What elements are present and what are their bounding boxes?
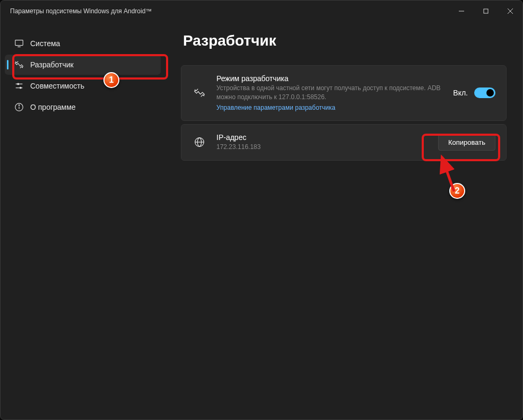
monitor-icon bbox=[14, 39, 24, 48]
svg-point-8 bbox=[18, 83, 19, 85]
sidebar: Система Разработчик Совместимость О прог… bbox=[1, 22, 165, 419]
info-icon bbox=[14, 102, 24, 112]
svg-point-13 bbox=[19, 105, 19, 106]
devmode-desc: Устройства в одной частной сети могут по… bbox=[216, 84, 453, 102]
globe-icon bbox=[192, 135, 207, 150]
app-window: Параметры подсистемы Windows для Android… bbox=[0, 0, 523, 420]
maximize-button[interactable] bbox=[474, 1, 498, 22]
sliders-icon bbox=[14, 81, 24, 91]
sidebar-item-compatibility[interactable]: Совместимость bbox=[5, 76, 161, 96]
devmode-card: Режим разработчика Устройства в одной ча… bbox=[181, 65, 507, 121]
minimize-icon bbox=[459, 8, 464, 14]
devmode-title: Режим разработчика bbox=[216, 74, 453, 83]
main-content: Разработчик Режим разработчика Устройств… bbox=[165, 22, 522, 419]
svg-rect-1 bbox=[484, 9, 488, 13]
ip-value: 172.23.116.183 bbox=[216, 143, 438, 152]
svg-line-14 bbox=[198, 92, 201, 95]
window-title: Параметры подсистемы Windows для Android… bbox=[10, 7, 152, 15]
sidebar-item-developer[interactable]: Разработчик bbox=[5, 55, 161, 75]
close-button[interactable] bbox=[498, 1, 522, 22]
maximize-icon bbox=[483, 8, 489, 14]
svg-point-10 bbox=[20, 87, 21, 89]
tools-icon bbox=[14, 60, 24, 69]
ip-title: IP-адрес bbox=[216, 133, 438, 142]
devmode-link[interactable]: Управление параметрами разработчика bbox=[216, 104, 335, 111]
sidebar-item-label: Система bbox=[30, 39, 60, 48]
sidebar-item-label: О программе bbox=[30, 103, 76, 111]
close-icon bbox=[508, 8, 513, 14]
sidebar-item-label: Разработчик bbox=[30, 60, 74, 69]
toggle-label: Вкл. bbox=[453, 89, 468, 97]
sidebar-item-system[interactable]: Система bbox=[5, 33, 161, 54]
sidebar-item-label: Совместимость bbox=[30, 82, 84, 90]
minimize-button[interactable] bbox=[449, 1, 474, 22]
sidebar-item-about[interactable]: О программе bbox=[5, 97, 161, 117]
copy-button[interactable]: Копировать bbox=[438, 134, 495, 151]
tools-icon bbox=[192, 85, 207, 100]
svg-line-6 bbox=[18, 63, 20, 66]
svg-rect-4 bbox=[15, 40, 23, 46]
devmode-toggle[interactable] bbox=[474, 88, 495, 98]
ip-card: IP-адрес 172.23.116.183 Копировать bbox=[181, 124, 507, 161]
titlebar: Параметры подсистемы Windows для Android… bbox=[1, 1, 522, 22]
page-title: Разработчик bbox=[183, 32, 507, 49]
